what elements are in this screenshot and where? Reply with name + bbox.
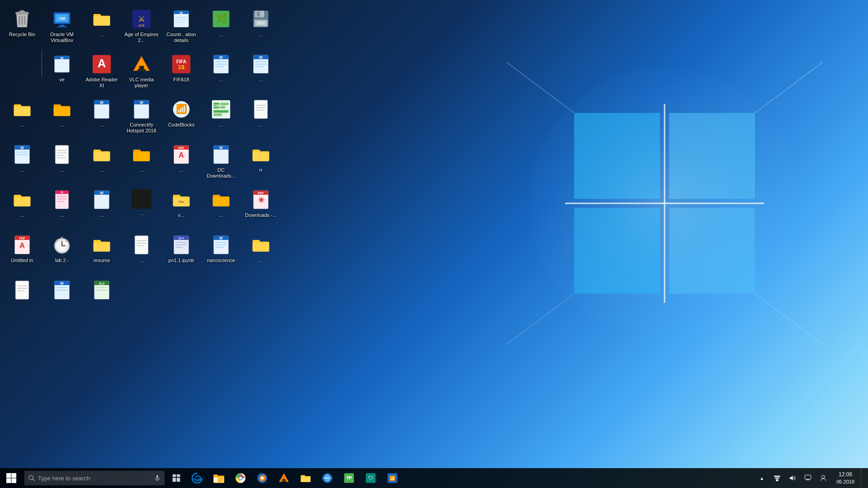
icon-resume[interactable]: W nanoscience	[201, 230, 241, 271]
icon-ve-row4[interactable]: PDF A Untitled in	[2, 230, 42, 271]
tray-volume-icon[interactable]	[786, 468, 799, 488]
icon-navview[interactable]: Nav v...	[161, 185, 201, 226]
icon-fifa18[interactable]: FIFA 18 FIFA18	[161, 50, 201, 90]
dc-downloads-label: ...	[20, 212, 24, 218]
taskbar-app1[interactable]: 🗺	[338, 468, 360, 488]
icon-floppy[interactable]: ...	[241, 5, 281, 45]
svg-text:W: W	[219, 236, 223, 240]
svg-rect-155	[6, 479, 11, 483]
icon-country-details[interactable]: W Countr.. ation details	[161, 5, 201, 45]
icon-folder1[interactable]: ...	[82, 5, 122, 45]
icon-word1[interactable]: W ...	[201, 50, 241, 90]
svg-text:🛡: 🛡	[368, 475, 373, 481]
icon-vlc[interactable]: VLC media player	[122, 50, 161, 90]
icon-age-of-empires[interactable]: ⚔ AOE Age of Empires 2...	[122, 5, 161, 45]
recycle-bin-icon	[11, 8, 33, 30]
taskbar-chrome[interactable]	[230, 468, 251, 488]
tray-expand-button[interactable]: ▲	[755, 468, 769, 488]
icon-htproject[interactable]: ...	[42, 95, 82, 136]
icon-oracle-vm[interactable]: VM Oracle VM VirtualBox	[42, 5, 82, 45]
svg-rect-182	[282, 481, 287, 482]
icon-pn1[interactable]	[2, 276, 42, 316]
start-button[interactable]	[0, 468, 23, 488]
icon-word-row2[interactable]: W ...	[82, 95, 122, 136]
svg-rect-162	[177, 474, 180, 477]
icon-lab2[interactable]: C++ pn1.1.ipynb	[161, 230, 201, 271]
svg-rect-46	[137, 69, 146, 71]
txt1-label: ...	[259, 122, 263, 128]
taskbar-edge[interactable]	[186, 468, 208, 488]
taskbar-explorer[interactable]	[208, 468, 230, 488]
icon-folder-row5[interactable]: ...	[241, 230, 281, 271]
taskbar-folder[interactable]	[295, 468, 316, 488]
icon-new-folder[interactable]: ...	[82, 140, 122, 181]
icon-ve-row3[interactable]: W DC Downloads...	[201, 140, 241, 181]
svg-rect-153	[6, 473, 11, 478]
vlc-icon	[131, 53, 152, 75]
icon-untitled[interactable]: ...	[122, 230, 161, 271]
svg-rect-163	[173, 478, 176, 482]
taskbar-wifi-app[interactable]: 📶	[382, 468, 403, 488]
icon-new1[interactable]: W ...	[241, 50, 281, 90]
rr-icon: H	[51, 189, 73, 211]
icon-codeblocks[interactable]: CB ...	[201, 95, 241, 136]
taskbar-firefox[interactable]	[251, 468, 273, 488]
clock-area[interactable]: 12:06 06.2018	[832, 468, 859, 488]
downloads2-label: resume	[94, 258, 110, 263]
tray-user-icon[interactable]	[816, 468, 830, 488]
icon-item-redacted[interactable]: ...	[122, 185, 161, 226]
icon-folder-row4[interactable]: ...	[201, 185, 241, 226]
task-view-button[interactable]	[166, 468, 186, 488]
icon-folder3[interactable]: ...	[122, 140, 161, 181]
taskbar-apps: 🗺 🛡 📶	[186, 468, 751, 488]
svg-text:W: W	[219, 56, 223, 60]
icon-folder2[interactable]: ...	[2, 95, 42, 136]
icon-solar-power[interactable]: PDF ☀ Downloads -...	[241, 185, 281, 226]
icon-word-row3[interactable]: W ...	[2, 140, 42, 181]
icon-new-text-document[interactable]: ...	[42, 140, 82, 181]
icon-item6[interactable]: 🌿 ...	[201, 5, 241, 45]
browser2-icon	[321, 472, 333, 484]
adobe-reader-label: Adobe Reader XI	[84, 77, 120, 89]
lab2-icon: C++	[170, 234, 192, 256]
icon-adobe-reader[interactable]: A Adobe Reader XI	[82, 50, 122, 90]
desktop-icons-area: Recycle Bin VM Oracle VM VirtualBox ...	[0, 0, 294, 443]
svg-text:C++: C++	[179, 237, 184, 240]
show-desktop-button[interactable]	[861, 468, 864, 488]
clock-date: 06.2018	[836, 479, 854, 485]
icon-word-row4[interactable]: W ...	[82, 185, 122, 226]
microphone-icon	[154, 474, 161, 482]
icon-downloads2[interactable]: resume	[82, 230, 122, 271]
tray-action-center[interactable]	[801, 468, 815, 488]
svg-text:AOE: AOE	[138, 24, 145, 27]
svg-text:W: W	[60, 282, 64, 286]
tray-network-icon[interactable]	[770, 468, 784, 488]
svg-rect-75	[214, 113, 222, 116]
windows-logo-decoration	[506, 23, 823, 384]
icon-ve1[interactable]: W ve	[42, 50, 82, 90]
icon-dc-downloads[interactable]: ...	[2, 185, 42, 226]
taskbar-browser2[interactable]	[316, 468, 338, 488]
icon-ve2[interactable]: W Connectify Hotspot 2018	[122, 95, 161, 136]
icon-free-alarm[interactable]: lab 2 -	[42, 230, 82, 271]
icon-pdf-row3[interactable]: PDF A ...	[161, 140, 201, 181]
icon-rr[interactable]: H ...	[42, 185, 82, 226]
svg-line-6	[506, 23, 574, 113]
htproject-label: ...	[60, 122, 64, 128]
svg-rect-123	[135, 236, 148, 254]
icon-nanoscience[interactable]: W	[42, 276, 82, 316]
svg-rect-20	[60, 25, 65, 27]
taskbar-vlc[interactable]	[273, 468, 295, 488]
icon-connectify[interactable]: 📶 CodeBlocks	[161, 95, 201, 136]
ve1-label: ve	[59, 77, 65, 83]
lab2-label: pn1.1.ipynb	[169, 258, 194, 263]
svg-rect-21	[57, 27, 67, 28]
svg-rect-16	[20, 10, 24, 13]
search-bar[interactable]	[24, 471, 165, 485]
icon-recycle-bin[interactable]: Recycle Bin	[2, 5, 42, 45]
icon-txt1[interactable]: ...	[241, 95, 281, 136]
icon-ipynb[interactable]: rr	[241, 140, 281, 181]
icon-ver1[interactable]: XLS	[82, 276, 122, 316]
taskbar-kaspersky[interactable]: 🛡	[360, 468, 382, 488]
search-input[interactable]	[38, 475, 152, 482]
